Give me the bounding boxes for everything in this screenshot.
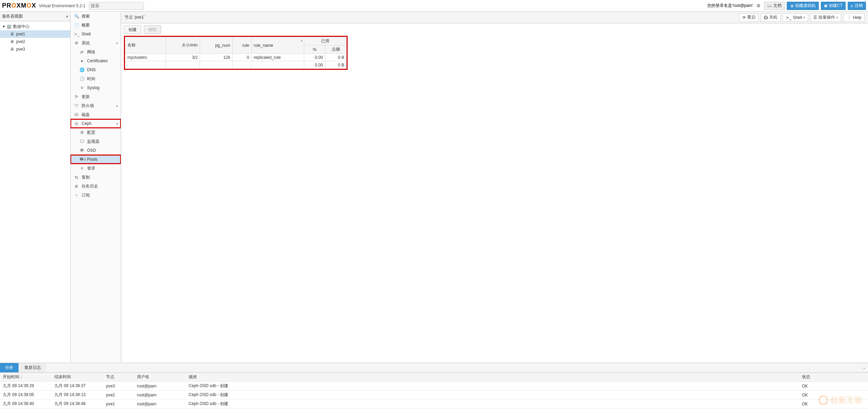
help-icon: ❔ xyxy=(846,15,851,20)
shell-dropdown[interactable]: ≻_Shell▾ xyxy=(783,13,808,22)
menu-label: Certificates xyxy=(87,58,108,63)
menu-shell[interactable]: ≻_Shell xyxy=(71,30,121,39)
menu-label: 配置 xyxy=(87,130,95,136)
menu-syslog[interactable]: ≡Syslog xyxy=(71,83,121,92)
btn-label: 重启 xyxy=(747,14,755,20)
tv-icon: 🖵 xyxy=(80,139,84,144)
menu-system[interactable]: ⚙系统▾ xyxy=(71,39,121,47)
menu-ceph-osd[interactable]: ⛃OSD xyxy=(71,146,121,155)
col-rulename[interactable]: rule_name xyxy=(251,37,304,54)
col-used-group[interactable]: 已用 xyxy=(304,37,347,45)
menu-update[interactable]: ⟳更新 xyxy=(71,92,121,101)
menu-taskhistory[interactable]: ≣任务历史 xyxy=(71,182,121,191)
collapse-icon[interactable]: ⌄ xyxy=(862,365,866,370)
cell-start: 九月 09 14:39:05 xyxy=(0,391,52,400)
view-selector[interactable]: 服务器视图 ▾ xyxy=(0,12,70,21)
globe-icon: 🌐 xyxy=(80,67,84,72)
cell-size: 3/2 xyxy=(166,54,200,61)
create-button[interactable]: 创建 xyxy=(124,25,141,34)
menu-network[interactable]: ⇄网络 xyxy=(71,47,121,56)
tab-tasks[interactable]: 任务 xyxy=(0,363,19,372)
node-label: pve3 xyxy=(16,47,25,52)
server-icon: 🖥 xyxy=(10,47,14,52)
cell-pgnum xyxy=(200,61,232,69)
tree-node-pve2[interactable]: 🖥 pve2 xyxy=(0,38,70,45)
shutdown-button[interactable]: ⏻关机 xyxy=(761,13,781,22)
menu-dns[interactable]: 🌐DNS xyxy=(71,65,121,74)
cube-icon: ▣ xyxy=(824,3,827,8)
cell-start: 九月 09 14:38:40 xyxy=(0,400,52,408)
menu-label: 复制 xyxy=(82,174,90,180)
btn-label: Shell xyxy=(793,15,802,20)
col-node[interactable]: 节点 xyxy=(103,373,134,382)
destroy-button: 销毁 xyxy=(144,25,161,34)
col-user[interactable]: 用户名 xyxy=(134,373,186,382)
docs-button[interactable]: 📖文档 xyxy=(764,2,785,10)
col-start[interactable]: 开始时间 xyxy=(0,373,52,382)
chevron-down-icon: ▾ xyxy=(116,41,118,45)
menu-label: 网络 xyxy=(87,49,95,55)
log-tabs: 任务 集群日志 xyxy=(0,363,868,373)
left-sidebar: 服务器视图 ▾ ▾ 🏢 数据中心 🖥 pve1 🖥 pve2 🖥 pve3 xyxy=(0,12,71,363)
logout-button[interactable]: ⎋注销 xyxy=(848,2,866,10)
menu-label: 更新 xyxy=(82,94,90,100)
col-status[interactable]: 状态 xyxy=(799,373,868,382)
log-row[interactable]: 九月 09 14:38:40 九月 09 14:38:48 pve1 root@… xyxy=(0,400,868,408)
create-ct-button[interactable]: ▣创建CT xyxy=(821,2,846,10)
menu-label: 监视器 xyxy=(87,139,99,145)
btn-label: Help xyxy=(853,15,861,20)
menu-search[interactable]: 🔍搜索 xyxy=(71,12,121,21)
menu-label: 磁盘 xyxy=(82,112,90,118)
menu-ceph-monitor[interactable]: 🖵监视器 xyxy=(71,137,121,146)
list-icon: ≣ xyxy=(74,184,79,189)
help-button[interactable]: ❔Help xyxy=(843,13,865,22)
menu-ceph[interactable]: ◎Ceph▾ xyxy=(71,119,121,128)
menu-ceph-config[interactable]: ⚙配置 xyxy=(71,128,121,137)
col-pct[interactable]: % xyxy=(304,45,325,54)
table-row[interactable]: myclusters 3/2 128 0 replicated_rule 0.0… xyxy=(125,54,347,61)
tree-node-pve1[interactable]: 🖥 pve1 xyxy=(0,30,70,38)
log-row[interactable]: 九月 09 14:39:29 九月 09 14:39:37 pve3 root@… xyxy=(0,382,868,391)
sitemap-icon: �⅄ xyxy=(80,157,84,162)
logo-text3: X xyxy=(32,2,36,9)
menu-certificates[interactable]: ●Certificates xyxy=(71,56,121,65)
menu-time[interactable]: 🕒时间 xyxy=(71,74,121,83)
tab-cluster-log[interactable]: 集群日志 xyxy=(19,363,46,372)
gear-icon[interactable]: ⚙ xyxy=(755,3,762,8)
tree-node-pve3[interactable]: 🖥 pve3 xyxy=(0,45,70,53)
menu-label: Ceph xyxy=(82,121,92,126)
server-icon: 🖥 xyxy=(10,32,14,36)
log-row[interactable]: 九月 09 14:39:05 九月 09 14:39:13 pve2 root@… xyxy=(0,391,868,400)
create-vm-button[interactable]: 🖥创建虚拟机 xyxy=(787,2,819,10)
pools-grid-highlight: 名称 大小/min pg_num rule rule_name 已用 % 总额 xyxy=(124,36,348,70)
col-end[interactable]: 结束时间 xyxy=(52,373,103,382)
log-panel: 任务 集群日志 ⌄ 开始时间 结束时间 节点 用户名 描述 状态 九月 09 1… xyxy=(0,363,868,415)
menu-subscription[interactable]: ○订阅 xyxy=(71,191,121,200)
table-row[interactable]: 0.00 0 B xyxy=(125,61,347,69)
col-size[interactable]: 大小/min xyxy=(166,37,200,54)
logo-text2: XM xyxy=(17,2,27,9)
top-header: PROXMOX Virtual Environment 5.2-1 您的登录名是… xyxy=(0,0,868,12)
cell-user: root@pam xyxy=(134,391,186,400)
col-pgnum[interactable]: pg_num xyxy=(200,37,232,54)
col-rule[interactable]: rule xyxy=(232,37,251,54)
col-total[interactable]: 总额 xyxy=(325,45,347,54)
menu-label: 订阅 xyxy=(82,192,90,198)
node-menu: 🔍搜索 📄概要 ≻_Shell ⚙系统▾ ⇄网络 ●Certificates 🌐… xyxy=(71,12,121,363)
global-search-input[interactable] xyxy=(89,2,144,10)
menu-firewall[interactable]: 🛡防火墙▸ xyxy=(71,101,121,110)
bulk-dropdown[interactable]: ☰批量操作▾ xyxy=(810,13,841,22)
tree-datacenter[interactable]: ▾ 🏢 数据中心 xyxy=(0,23,70,30)
col-name[interactable]: 名称 xyxy=(125,37,166,54)
node-label: pve2 xyxy=(16,39,25,44)
menu-summary[interactable]: 📄概要 xyxy=(71,21,121,30)
restart-button[interactable]: ⟳重启 xyxy=(739,13,759,22)
col-desc[interactable]: 描述 xyxy=(186,373,799,382)
power-icon: ⏻ xyxy=(764,15,768,20)
menu-ceph-pools[interactable]: �⅄Pools xyxy=(71,155,121,164)
refresh-icon: ⟳ xyxy=(74,94,79,99)
monitor-icon: 🖥 xyxy=(790,4,794,8)
menu-ceph-log[interactable]: ≡登录 xyxy=(71,164,121,173)
menu-replication[interactable]: ⇆复制 xyxy=(71,173,121,182)
menu-disk[interactable]: ⛁磁盘 xyxy=(71,110,121,119)
